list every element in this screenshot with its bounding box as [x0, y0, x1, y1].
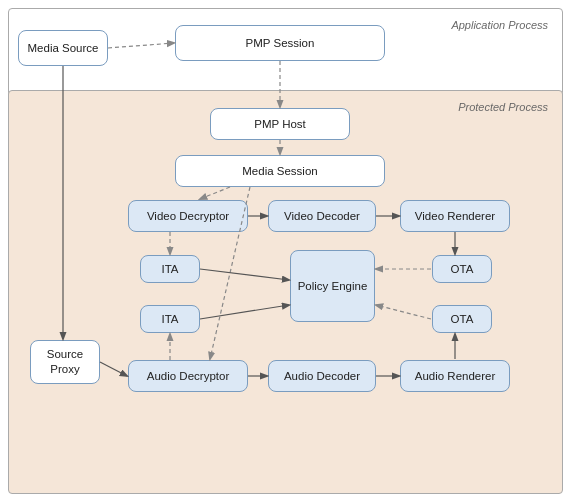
app-process-label: Application Process [451, 19, 548, 31]
protected-process-region: Protected Process [8, 90, 563, 494]
ota-top-box: OTA [432, 255, 492, 283]
policy-engine-box: Policy Engine [290, 250, 375, 322]
video-renderer-box: Video Renderer [400, 200, 510, 232]
source-proxy-box: Source Proxy [30, 340, 100, 384]
video-decoder-box: Video Decoder [268, 200, 376, 232]
diagram-container: Application Process Protected Process Me… [0, 0, 571, 502]
ita-top-box: ITA [140, 255, 200, 283]
media-source-box: Media Source [18, 30, 108, 66]
pmp-host-box: PMP Host [210, 108, 350, 140]
media-session-box: Media Session [175, 155, 385, 187]
audio-renderer-box: Audio Renderer [400, 360, 510, 392]
ita-bottom-box: ITA [140, 305, 200, 333]
audio-decoder-box: Audio Decoder [268, 360, 376, 392]
protected-process-label: Protected Process [458, 101, 548, 113]
ota-bottom-box: OTA [432, 305, 492, 333]
audio-decryptor-box: Audio Decryptor [128, 360, 248, 392]
video-decryptor-box: Video Decryptor [128, 200, 248, 232]
pmp-session-box: PMP Session [175, 25, 385, 61]
